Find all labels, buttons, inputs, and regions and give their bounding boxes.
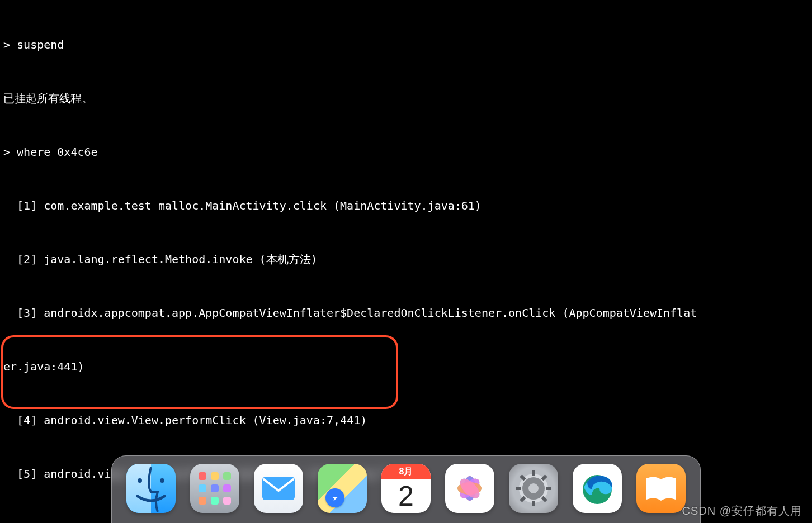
terminal-line: [1] com.example.test_malloc.MainActivity… — [3, 197, 809, 215]
svg-rect-2 — [262, 477, 295, 500]
books-icon — [644, 475, 678, 502]
svg-rect-13 — [532, 501, 535, 506]
svg-rect-14 — [516, 487, 521, 490]
dock-item-launchpad[interactable] — [190, 464, 239, 513]
svg-point-21 — [528, 483, 539, 493]
svg-rect-12 — [532, 470, 535, 476]
dock-area: 8月 2 — [0, 428, 812, 523]
terminal-line: er.java:441) — [3, 358, 809, 375]
terminal-line: > where 0x4c6e — [3, 143, 809, 161]
svg-rect-15 — [546, 487, 551, 490]
dock-item-maps[interactable] — [318, 464, 367, 513]
maps-icon — [325, 488, 344, 507]
terminal-line: > suspend — [3, 36, 809, 54]
dock-item-finder[interactable] — [126, 464, 176, 513]
terminal-line: [3] androidx.appcompat.app.AppCompatView… — [3, 304, 809, 322]
dock: 8月 2 — [111, 455, 701, 523]
dock-item-books[interactable] — [636, 464, 686, 513]
dock-item-photos[interactable] — [445, 464, 494, 513]
svg-point-1 — [160, 478, 164, 483]
dock-item-mail[interactable] — [254, 464, 303, 513]
gear-icon — [514, 469, 553, 508]
finder-icon — [126, 464, 176, 513]
calendar-month-label: 8月 — [381, 464, 431, 479]
calendar-day-label: 2 — [398, 479, 414, 513]
terminal-output[interactable]: > suspend 已挂起所有线程。 > where 0x4c6e [1] co… — [0, 0, 812, 420]
dock-item-calendar[interactable]: 8月 2 — [381, 464, 431, 513]
edge-icon — [579, 470, 615, 506]
svg-point-0 — [138, 478, 142, 483]
terminal-line: 已挂起所有线程。 — [3, 89, 809, 107]
terminal-line: [4] android.view.View.performClick (View… — [3, 411, 809, 429]
dock-item-settings[interactable] — [509, 464, 558, 513]
terminal-line: [2] java.lang.reflect.Method.invoke (本机方… — [3, 250, 809, 268]
photos-icon — [450, 469, 489, 508]
launchpad-icon — [199, 472, 231, 505]
mail-icon — [262, 476, 295, 501]
dock-item-edge[interactable] — [573, 464, 622, 513]
